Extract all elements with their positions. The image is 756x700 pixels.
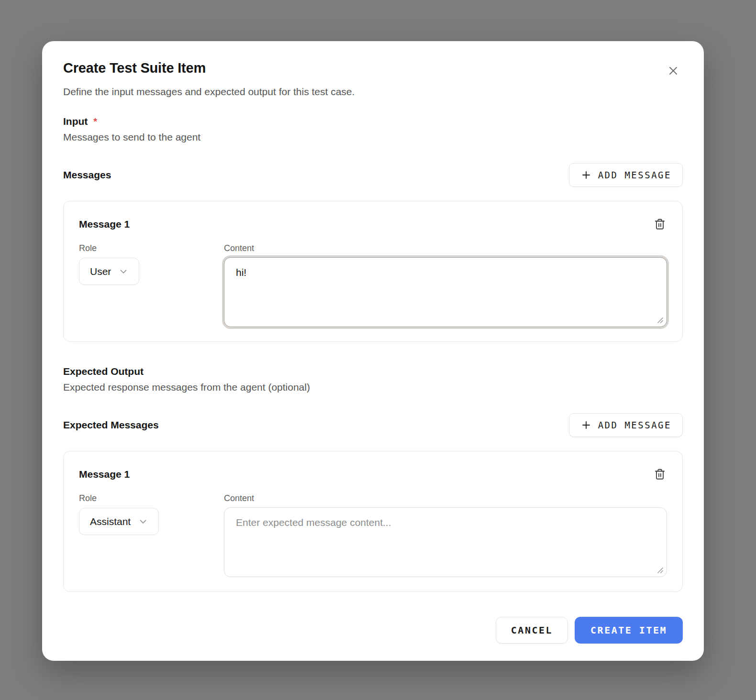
input-content-textarea[interactable]: hi!	[224, 257, 667, 327]
role-select-value: User	[90, 266, 111, 277]
input-description: Messages to send to the agent	[63, 131, 683, 143]
expected-messages-list-header: Expected Messages ADD MESSAGE	[63, 413, 683, 437]
role-select-value: Assistant	[90, 516, 131, 527]
chevron-down-icon	[118, 266, 129, 277]
dialog-subtitle: Define the input messages and expected o…	[63, 86, 683, 98]
role-field: Role Assistant	[79, 493, 224, 577]
expected-output-description: Expected response messages from the agen…	[63, 382, 683, 393]
content-label: Content	[224, 493, 667, 503]
close-icon	[667, 72, 680, 79]
plus-icon	[580, 419, 592, 431]
message-card-title: Message 1	[79, 469, 130, 480]
trash-icon	[654, 475, 666, 482]
close-button[interactable]	[665, 62, 682, 79]
input-section-header: Input *	[63, 116, 683, 127]
role-select[interactable]: User	[79, 258, 139, 285]
input-label: Input	[63, 116, 88, 127]
add-message-button-label: ADD MESSAGE	[598, 420, 671, 430]
resize-handle-icon[interactable]	[656, 567, 664, 574]
role-label: Role	[79, 493, 224, 503]
messages-header-label: Messages	[63, 169, 111, 181]
input-message-card: Message 1 Role User	[63, 201, 683, 342]
content-textarea-wrap: hi!	[224, 257, 667, 327]
dialog-header: Create Test Suite Item	[63, 60, 683, 79]
message-card-header: Message 1	[79, 467, 667, 481]
messages-list-header: Messages ADD MESSAGE	[63, 163, 683, 187]
delete-expected-message-button[interactable]	[653, 467, 667, 481]
message-card-body: Role Assistant Content	[79, 493, 667, 577]
dialog-title: Create Test Suite Item	[63, 60, 206, 76]
content-field: Content hi!	[224, 243, 667, 327]
dialog-footer: CANCEL CREATE ITEM	[63, 617, 683, 644]
create-test-suite-item-dialog: Create Test Suite Item Define the input …	[42, 41, 704, 661]
add-message-button-label: ADD MESSAGE	[598, 170, 671, 180]
role-field: Role User	[79, 243, 224, 327]
required-asterisk: *	[93, 116, 97, 127]
trash-icon	[654, 225, 666, 232]
message-card-header: Message 1	[79, 217, 667, 231]
role-label: Role	[79, 243, 224, 253]
cancel-button[interactable]: CANCEL	[496, 617, 568, 644]
create-item-button[interactable]: CREATE ITEM	[575, 617, 683, 644]
add-expected-message-button[interactable]: ADD MESSAGE	[569, 413, 683, 437]
content-label: Content	[224, 243, 667, 253]
add-input-message-button[interactable]: ADD MESSAGE	[569, 163, 683, 187]
expected-message-card: Message 1 Role Assistant	[63, 451, 683, 592]
delete-input-message-button[interactable]	[653, 217, 667, 231]
content-textarea-wrap	[224, 507, 667, 577]
chevron-down-icon	[138, 516, 148, 527]
message-card-title: Message 1	[79, 219, 130, 230]
plus-icon	[580, 169, 592, 181]
expected-messages-header-label: Expected Messages	[63, 419, 159, 431]
message-card-body: Role User Content hi!	[79, 243, 667, 327]
resize-handle-icon[interactable]	[656, 317, 664, 324]
content-field: Content	[224, 493, 667, 577]
role-select[interactable]: Assistant	[79, 508, 159, 535]
expected-output-label: Expected Output	[63, 366, 144, 377]
expected-content-textarea[interactable]	[224, 507, 667, 577]
expected-section-header: Expected Output	[63, 366, 683, 377]
